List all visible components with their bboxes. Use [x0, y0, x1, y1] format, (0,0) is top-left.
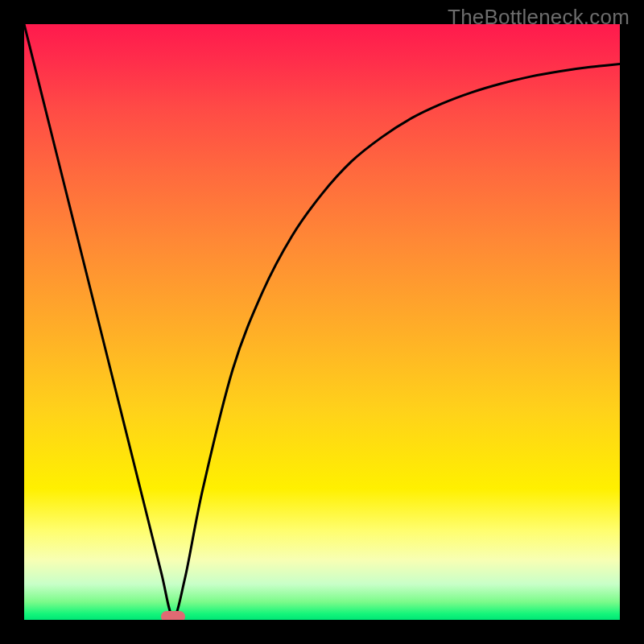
plot-area	[24, 24, 620, 620]
curve-svg	[24, 24, 620, 620]
bottleneck-curve	[24, 24, 620, 617]
watermark-text: TheBottleneck.com	[448, 5, 630, 30]
chart-container: TheBottleneck.com	[0, 0, 644, 644]
minimum-marker	[161, 611, 185, 620]
